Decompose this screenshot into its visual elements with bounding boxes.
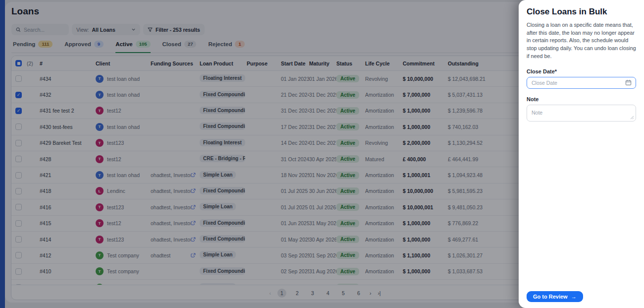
drawer-description: Closing a loan on a specific date means …	[527, 21, 636, 60]
go-to-review-label: Go to Review	[533, 294, 568, 300]
close-loans-drawer: Close Loans in Bulk Closing a loan on a …	[519, 0, 644, 308]
app-window: Loans Search... View: All Loans Filter -…	[0, 0, 644, 308]
go-to-review-button[interactable]: Go to Review →	[527, 291, 583, 302]
close-date-label: Close Date*	[527, 68, 636, 74]
arrow-right-icon: →	[571, 294, 577, 300]
note-textarea[interactable]: Note	[527, 105, 636, 122]
close-date-input[interactable]: Close Date	[527, 77, 636, 89]
note-label: Note	[527, 96, 636, 102]
note-placeholder: Note	[532, 110, 542, 116]
close-date-placeholder: Close Date	[532, 80, 557, 86]
resize-grip-icon[interactable]	[630, 116, 634, 120]
calendar-icon[interactable]	[625, 79, 632, 86]
drawer-title: Close Loans in Bulk	[527, 7, 636, 17]
